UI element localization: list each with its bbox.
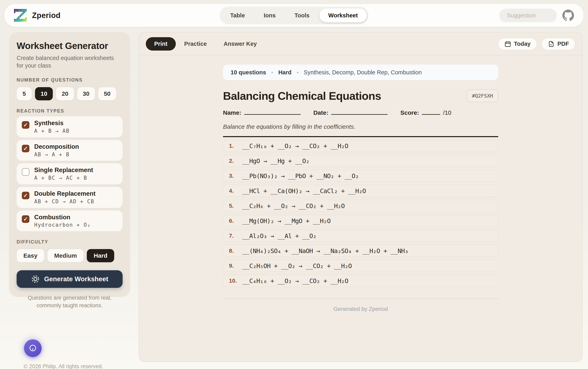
equation-row: 10. __C₄H₁₀ + __O₂ → __CO₂ + __H₂O xyxy=(223,275,498,287)
panel-tabs-row: Print Practice Answer Key Today PDF xyxy=(139,32,582,55)
info-icon xyxy=(28,344,37,353)
difficulty-medium[interactable]: Medium xyxy=(47,249,84,262)
nav-tab-tools[interactable]: Tools xyxy=(286,9,318,22)
reaction-name: Decomposition xyxy=(34,143,79,150)
difficulty-easy[interactable]: Easy xyxy=(17,249,44,262)
difficulty-section-label: DIFFICULTY xyxy=(17,239,123,245)
equation-text: __C₇H₁₆ + __O₂ → __CO₂ + __H₂O xyxy=(242,142,348,150)
equation-number: 4. xyxy=(229,188,242,194)
checkbox-unchecked-icon[interactable] xyxy=(22,168,29,176)
checkbox-checked-icon[interactable]: ✓ xyxy=(22,215,29,223)
today-label: Today xyxy=(514,41,531,47)
github-icon xyxy=(562,10,574,21)
equation-row: 9. __C₂H₅OH + __O₂ → __CO₂ + __H₂O xyxy=(223,260,498,272)
date-label: Date: xyxy=(313,109,328,116)
nav-tab-table[interactable]: Table xyxy=(221,9,254,22)
equation-text: __HCl + __Ca(OH)₂ → __CaCl₂ + __H₂O xyxy=(242,187,366,195)
equation-text: __Al₂O₃ → __Al + __O₂ xyxy=(242,232,316,239)
panel-divider xyxy=(139,55,582,55)
tab-print[interactable]: Print xyxy=(146,37,176,51)
equation-number: 5. xyxy=(229,203,242,209)
question-count-30[interactable]: 30 xyxy=(77,87,95,100)
summary-types: Synthesis, Decomp, Double Rep, Combustio… xyxy=(304,69,422,76)
panel-actions: Today PDF xyxy=(498,38,575,50)
checkbox-checked-icon[interactable]: ✓ xyxy=(22,145,29,152)
sidebar-subtitle: Create balanced equation worksheets for … xyxy=(17,54,121,69)
question-count-5[interactable]: 5 xyxy=(17,87,32,100)
equation-number: 7. xyxy=(229,233,242,239)
score-total: /10 xyxy=(443,109,452,116)
copyright-text: © 2026 Philip. All rights reserved. xyxy=(24,363,103,369)
worksheet-summary-bar: 10 questions • Hard • Synthesis, Decomp,… xyxy=(223,65,498,80)
today-button[interactable]: Today xyxy=(498,38,537,50)
equation-row: 3. __Pb(NO₃)₂ → __PbO + __NO₂ + __O₂ xyxy=(223,170,498,182)
equation-row: 7. __Al₂O₃ → __Al + __O₂ xyxy=(223,230,498,242)
equation-row: 2. __HgO → __Hg + __O₂ xyxy=(223,155,498,167)
reaction-formula: Hydrocarbon + O₂ xyxy=(34,222,91,228)
reaction-type-decomposition[interactable]: ✓ Decomposition AB → A + B xyxy=(17,140,123,161)
app-header: Zperiod Table Ions Tools Worksheet xyxy=(4,4,584,27)
reaction-formula: A + BC → AC + B xyxy=(34,175,93,181)
equation-number: 6. xyxy=(229,218,242,224)
sidebar-title: Worksheet Generator xyxy=(17,40,123,51)
dot-separator-icon: • xyxy=(297,69,298,76)
reaction-type-single-replacement[interactable]: Single Replacement A + BC → AC + B xyxy=(17,163,123,184)
nav-tab-worksheet[interactable]: Worksheet xyxy=(319,9,367,22)
sparkle-generate-icon xyxy=(31,275,40,283)
equation-text: __HgO → __Hg + __O₂ xyxy=(242,157,309,164)
worksheet-instruction: Balance the equations by filling in the … xyxy=(223,123,498,130)
generate-worksheet-button[interactable]: Generate Worksheet xyxy=(17,270,123,288)
questions-section-label: NUMBER OF QUESTIONS xyxy=(17,77,123,83)
zperiod-logo-icon xyxy=(14,9,27,22)
checkbox-checked-icon[interactable]: ✓ xyxy=(22,121,29,129)
equation-number: 3. xyxy=(229,173,242,179)
sidebar-note: Questions are generated from real, commo… xyxy=(17,294,123,309)
equation-row: 1. __C₇H₁₆ + __O₂ → __CO₂ + __H₂O xyxy=(223,140,498,152)
reaction-name: Synthesis xyxy=(34,120,70,127)
equation-text: __C₂H₅OH + __O₂ → __CO₂ + __H₂O xyxy=(242,262,352,269)
question-count-10[interactable]: 10 xyxy=(35,87,53,100)
equation-text: __C₄H₁₀ + __O₂ → __CO₂ + __H₂O xyxy=(242,277,348,285)
equation-row: 4. __HCl + __Ca(OH)₂ → __CaCl₂ + __H₂O xyxy=(223,185,498,197)
worksheet-meta-row: Name: Date: Score: /10 xyxy=(223,109,498,116)
reaction-type-double-replacement[interactable]: ✓ Double Replacement AB + CD → AD + CB xyxy=(17,187,123,208)
tab-practice[interactable]: Practice xyxy=(176,37,215,51)
difficulty-hard[interactable]: Hard xyxy=(87,249,114,262)
info-floating-button[interactable] xyxy=(24,339,42,357)
generate-worksheet-label: Generate Worksheet xyxy=(44,275,108,283)
equation-text: __(NH₄)₂SO₄ + __NaOH → __Na₂SO₄ + __H₂O … xyxy=(242,247,408,255)
github-link[interactable] xyxy=(562,10,574,21)
reaction-formula: AB + CD → AD + CB xyxy=(34,199,96,205)
score-label: Score: xyxy=(400,109,419,116)
date-blank-line xyxy=(331,109,388,115)
pdf-button[interactable]: PDF xyxy=(541,38,575,50)
worksheet-panel: Print Practice Answer Key Today PDF xyxy=(139,32,583,362)
reaction-formula: A + B → AB xyxy=(34,128,70,134)
header-right xyxy=(499,9,574,22)
score-blank-line xyxy=(422,109,440,115)
worksheet-rule xyxy=(223,136,498,137)
equation-number: 9. xyxy=(229,263,242,269)
nav-tab-ions[interactable]: Ions xyxy=(255,9,285,22)
equation-text: __C₂H₆ + __O₂ → __CO₂ + __H₂O xyxy=(242,202,345,209)
generated-by-footer: Generated by Zperiod xyxy=(223,306,498,312)
tab-answer-key[interactable]: Answer Key xyxy=(215,37,265,51)
brand: Zperiod xyxy=(14,9,61,22)
suggestion-input[interactable] xyxy=(499,9,557,22)
worksheet-title: Balancing Chemical Equations xyxy=(223,89,381,102)
reaction-name: Single Replacement xyxy=(34,166,93,174)
equation-text: __Pb(NO₃)₂ → __PbO + __NO₂ + __O₂ xyxy=(242,172,359,180)
dot-separator-icon: • xyxy=(271,69,273,76)
main-nav: Table Ions Tools Worksheet xyxy=(220,7,368,24)
equation-row: 8. __(NH₄)₂SO₄ + __NaOH → __Na₂SO₄ + __H… xyxy=(223,245,498,257)
reaction-type-combustion[interactable]: ✓ Combustion Hydrocarbon + O₂ xyxy=(17,210,123,231)
question-count-20[interactable]: 20 xyxy=(56,87,74,100)
reaction-type-synthesis[interactable]: ✓ Synthesis A + B → AB xyxy=(17,116,123,137)
question-count-50[interactable]: 50 xyxy=(98,87,116,100)
file-document-icon xyxy=(548,41,555,47)
equation-row: 6. __Mg(OH)₂ → __MgO + __H₂O xyxy=(223,215,498,227)
checkbox-checked-icon[interactable]: ✓ xyxy=(22,192,29,199)
reaction-name: Combustion xyxy=(34,214,91,221)
equation-number: 2. xyxy=(229,158,242,164)
equation-number: 1. xyxy=(229,143,242,149)
